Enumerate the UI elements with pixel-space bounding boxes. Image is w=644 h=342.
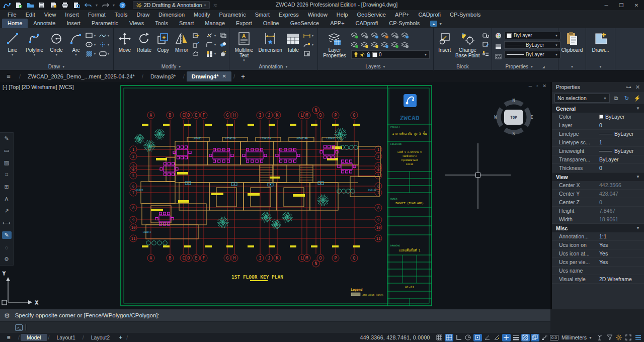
region-icon[interactable] xyxy=(99,50,107,57)
layout-tab-layout2[interactable]: Layout2 xyxy=(85,334,116,341)
linetype-list-icon[interactable] xyxy=(494,53,502,60)
dimension-tool-icon[interactable]: ⟷ xyxy=(2,219,12,227)
lineweight-dropdown[interactable]: ByLayer▼ xyxy=(504,41,560,49)
layer-sun-icon[interactable] xyxy=(370,41,378,48)
copy-button[interactable]: Copy xyxy=(154,30,172,53)
ribbon-collapse-icon[interactable]: ▲ xyxy=(430,21,437,27)
settings-tool-icon[interactable]: ⚙ xyxy=(2,255,12,263)
property-value[interactable]: 1:1 xyxy=(596,233,644,239)
offset-icon[interactable] xyxy=(219,32,227,39)
layer-properties-button[interactable]: Layer Properties xyxy=(320,30,349,58)
layer-dropdown[interactable]: 0 ▼ xyxy=(351,50,430,59)
annotation-monitor-icon[interactable] xyxy=(595,334,604,341)
property-row-linetype-sc[interactable]: Linetype sc...1 xyxy=(552,138,644,147)
hatch-tool-icon[interactable]: ▨ xyxy=(2,159,12,166)
layer-merge-icon[interactable] xyxy=(400,41,409,48)
open-folder-icon[interactable] xyxy=(26,2,34,9)
property-value[interactable]: 7.8467 xyxy=(596,208,644,214)
property-value[interactable]: Yes xyxy=(596,242,644,248)
ribbon-tab-geoservice[interactable]: GeoService xyxy=(285,19,325,28)
grid-tool-icon[interactable]: ⊞ xyxy=(2,183,12,191)
plot-icon[interactable] xyxy=(61,2,69,9)
annotation-panel-label[interactable]: Annotation▼ xyxy=(229,63,317,70)
property-row-ucs-name[interactable]: Ucs name xyxy=(552,267,644,275)
stretch-icon[interactable] xyxy=(192,32,200,39)
ribbon-tab-parametric[interactable]: Parametric xyxy=(86,19,124,28)
help-icon[interactable]: ? xyxy=(118,2,126,9)
menu-item-dimension[interactable]: Dimension xyxy=(154,12,189,18)
lineweight-list-icon[interactable] xyxy=(494,42,502,50)
dimension-button[interactable]: Dimension xyxy=(258,30,283,53)
property-row-color[interactable]: ColorByLayer xyxy=(552,113,644,121)
dynamic-input-icon[interactable] xyxy=(502,334,511,341)
maximize-button[interactable]: ❐ xyxy=(614,0,629,10)
ribbon-tab-online[interactable]: Online xyxy=(258,19,285,28)
scale-icon[interactable] xyxy=(192,41,200,48)
menu-item-view[interactable]: View xyxy=(40,12,61,18)
viewport-restore-icon[interactable]: ▫ xyxy=(536,83,538,89)
menu-item-window[interactable]: Window xyxy=(303,12,332,18)
rotate-button[interactable]: Rotate xyxy=(135,30,153,53)
document-tab-2[interactable]: Drawing3* xyxy=(145,71,181,81)
cycling-icon[interactable] xyxy=(531,334,539,341)
ortho-icon[interactable] xyxy=(454,334,463,341)
leader-icon[interactable] xyxy=(303,32,311,39)
command-input[interactable] xyxy=(29,324,546,330)
section-header-general[interactable]: General▼ xyxy=(552,104,644,113)
ribbon-tab-views[interactable]: Views xyxy=(124,19,149,28)
viewport-minimize-icon[interactable]: ─ xyxy=(529,83,532,89)
snap-icon[interactable] xyxy=(445,334,453,341)
ribbon-collapse-control[interactable]: ▲▼ xyxy=(430,21,442,28)
menu-item-smart[interactable]: Smart xyxy=(251,12,274,18)
property-row-thickness[interactable]: Thickness0 xyxy=(552,164,644,173)
erase-icon[interactable] xyxy=(219,41,227,48)
document-tabs-menu-icon[interactable]: ≡ xyxy=(0,72,17,80)
isometric-icon[interactable] xyxy=(483,334,492,341)
close-button[interactable]: ✕ xyxy=(629,0,644,10)
layer-thaw-icon[interactable] xyxy=(370,31,378,39)
redo-dropdown-caret[interactable]: ▾ xyxy=(113,3,115,8)
menu-item-format[interactable]: Format xyxy=(84,12,110,18)
settings-gear-icon[interactable] xyxy=(614,334,623,341)
menu-item-parametric[interactable]: Parametric xyxy=(214,12,250,18)
property-row-ucs-icon-on[interactable]: Ucs icon onYes xyxy=(552,241,644,249)
quick-select-icon[interactable]: ⧉ xyxy=(612,95,620,102)
properties-panel-label[interactable]: Properties▼◢ xyxy=(492,63,558,70)
property-value[interactable]: 2D Wireframe xyxy=(596,276,644,282)
save-icon[interactable] xyxy=(38,2,46,9)
property-value[interactable]: ByLayer xyxy=(596,156,644,162)
property-row-ucs-icon-at[interactable]: Ucs icon at...Yes xyxy=(552,249,644,258)
table-style-icon[interactable] xyxy=(303,50,311,57)
insert-block-button[interactable]: Insert xyxy=(436,30,454,53)
property-value[interactable]: ByLayer xyxy=(596,131,644,137)
command-options-gear-icon[interactable]: ⚙ xyxy=(4,312,10,319)
point-icon[interactable] xyxy=(99,41,107,48)
preview-icon[interactable] xyxy=(72,2,80,9)
fillet-icon[interactable] xyxy=(205,41,213,48)
select-objects-icon[interactable]: ↻ xyxy=(622,95,631,102)
property-row-layer[interactable]: Layer0 xyxy=(552,121,644,130)
palette-close-icon[interactable]: ✕ xyxy=(635,84,640,91)
customize-menu-icon[interactable] xyxy=(633,334,642,341)
undo-icon[interactable] xyxy=(84,2,92,9)
trim-icon[interactable] xyxy=(205,32,213,39)
property-row-transparen[interactable]: Transparen...ByLayer xyxy=(552,155,644,164)
property-value[interactable]: ByLayer xyxy=(596,148,644,154)
ribbon-tab-tools[interactable]: Tools xyxy=(149,19,174,28)
move-button[interactable]: Move xyxy=(116,30,134,53)
spline-icon[interactable] xyxy=(99,32,107,39)
block-attribute-icon[interactable] xyxy=(481,50,490,57)
grid-icon[interactable] xyxy=(435,334,444,341)
layer-off-icon[interactable] xyxy=(350,41,358,48)
polar-tracking-icon[interactable] xyxy=(464,334,472,341)
qat-customize-icon[interactable]: ≂ xyxy=(213,3,217,8)
selection-filter-icon[interactable] xyxy=(605,334,613,341)
property-row-center-y[interactable]: Center Y428.047 xyxy=(552,190,644,198)
layer-state-icon[interactable] xyxy=(390,41,398,48)
document-tab-1[interactable]: ZWCAD_2026_Demo_...ment_2025-04-24* xyxy=(23,71,140,81)
lineweight-icon[interactable] xyxy=(512,334,520,341)
block-edit-icon[interactable] xyxy=(481,32,490,39)
redo-icon[interactable] xyxy=(101,2,109,9)
viewport-view-label[interactable]: [-] [Top] [2D Wireframe] [WCS] xyxy=(3,84,74,90)
circle-button[interactable]: Circle▼ xyxy=(46,30,67,56)
